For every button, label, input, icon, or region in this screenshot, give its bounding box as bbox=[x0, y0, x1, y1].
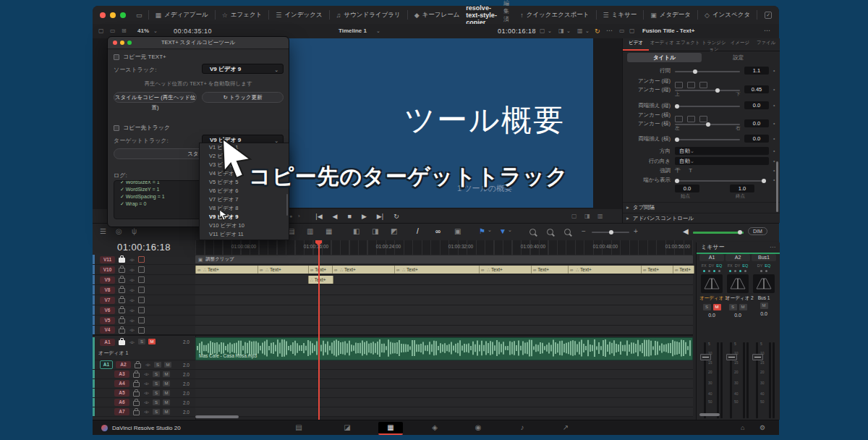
inspector-scrollbar[interactable] bbox=[776, 161, 778, 212]
inspector-button[interactable]: ◇ インスペクタ bbox=[698, 11, 757, 20]
lane-v5[interactable] bbox=[195, 316, 693, 326]
timeline-zoom-slider[interactable] bbox=[592, 232, 629, 233]
viewer-options-menu-icon[interactable]: ⋯ bbox=[606, 27, 613, 34]
reset-icon[interactable]: • bbox=[773, 103, 775, 108]
knob-dot[interactable] bbox=[734, 270, 736, 272]
keyframe-button[interactable]: ◆ キーフレーム bbox=[408, 11, 467, 20]
inspector-strip-icon[interactable]: ▢ bbox=[629, 28, 635, 34]
reset-icon[interactable]: • bbox=[773, 168, 775, 173]
slider-knob[interactable] bbox=[738, 230, 742, 234]
dynamics-chip[interactable]: DY bbox=[709, 263, 715, 268]
fx-chip[interactable]: FX bbox=[702, 263, 707, 268]
track-badge[interactable]: V10 bbox=[100, 266, 115, 274]
text-clip[interactable]: ∞∴Text+ bbox=[195, 266, 259, 274]
auto-select-icon[interactable]: ◃▹ bbox=[145, 362, 150, 368]
track-enable-icon[interactable] bbox=[138, 256, 145, 263]
mute-button[interactable]: M bbox=[760, 302, 768, 309]
auto-select-icon[interactable]: ◃▹ bbox=[129, 318, 135, 323]
lock-icon[interactable] bbox=[133, 410, 140, 415]
track-enable-icon[interactable] bbox=[138, 276, 145, 283]
fx-chip[interactable]: FX bbox=[728, 263, 733, 268]
track-enable-icon[interactable] bbox=[138, 287, 145, 293]
mixer-h-scrollbar[interactable] bbox=[699, 413, 720, 416]
track-badge[interactable]: A7 bbox=[114, 408, 129, 415]
track-badge[interactable]: V11 bbox=[100, 256, 115, 263]
timeline-view-options-icon[interactable]: ☰ bbox=[100, 227, 106, 235]
auto-select-icon[interactable]: ◃▹ bbox=[129, 267, 135, 273]
lane-v4[interactable] bbox=[195, 326, 693, 336]
fader-track[interactable] bbox=[756, 342, 758, 418]
track-header-v7[interactable]: V7 ◃▹ bbox=[93, 295, 195, 305]
zoom-full-extent-icon[interactable] bbox=[529, 229, 536, 235]
lane-a6[interactable] bbox=[195, 398, 693, 407]
text-clip[interactable]: ∴Text+ bbox=[308, 276, 333, 284]
track-badge[interactable]: V7 bbox=[100, 297, 115, 304]
solo-button[interactable]: S bbox=[153, 399, 160, 405]
page-fairlight[interactable]: ♪ bbox=[510, 422, 535, 433]
dynamics-chip[interactable]: DY bbox=[757, 263, 763, 268]
auto-select-icon[interactable]: ◃▹ bbox=[129, 308, 135, 313]
solo-button[interactable]: S bbox=[153, 371, 160, 377]
track-header-a7[interactable]: A7 ◃▹ S M 2.0 bbox=[93, 407, 195, 417]
go-to-start-button[interactable]: |◀ bbox=[315, 213, 322, 220]
step-back-button[interactable]: ◀ bbox=[333, 213, 338, 220]
source-track-dropdown[interactable]: V9 ビデオ 9 ⌄ bbox=[202, 64, 284, 74]
dialog-titlebar[interactable]: TEXT+ スタイルコピーツール bbox=[108, 37, 289, 49]
solo-button[interactable]: S bbox=[138, 339, 145, 344]
track-header-v6[interactable]: V6 ◃▹ bbox=[93, 305, 195, 316]
knob-dot[interactable] bbox=[765, 270, 767, 272]
justify-h-value[interactable]: 0.0 bbox=[744, 135, 769, 143]
lock-icon[interactable] bbox=[133, 382, 140, 387]
text-clip[interactable]: ∞Text+ bbox=[531, 266, 569, 274]
lane-a4[interactable] bbox=[195, 379, 693, 389]
track-enable-icon[interactable] bbox=[138, 266, 145, 273]
snapping-icon[interactable]: ◎ bbox=[116, 227, 122, 235]
emphasis-h-button[interactable]: T bbox=[689, 167, 692, 174]
track-header-a5[interactable]: A5 ◃▹ S M 2.0 bbox=[93, 389, 195, 398]
lane-a7[interactable] bbox=[195, 407, 693, 417]
track-header-v5[interactable]: V5 ◃▹ bbox=[93, 316, 195, 326]
mute-button[interactable]: M bbox=[739, 304, 747, 310]
render-cache-icon[interactable]: ↻ bbox=[595, 28, 600, 35]
line-spacing-value[interactable]: 1.1 bbox=[744, 67, 769, 75]
timeline-timecode[interactable]: 01:00:16:18 bbox=[93, 242, 195, 253]
knob-dot[interactable] bbox=[718, 270, 720, 272]
auto-select-icon[interactable]: ◃▹ bbox=[129, 287, 135, 293]
lock-icon[interactable] bbox=[135, 363, 141, 368]
sound-library-button[interactable]: ♫ サウンドライブラリ bbox=[330, 11, 407, 20]
play-button[interactable]: ▶ bbox=[362, 213, 367, 220]
lock-icon[interactable] bbox=[133, 392, 140, 397]
knob-dot[interactable] bbox=[739, 270, 741, 272]
option-v11[interactable]: V11 ビデオ 11 bbox=[200, 230, 289, 239]
copy-style-button[interactable]: スタイルをコピー (再生ヘッド位置) bbox=[114, 92, 197, 103]
channel-name[interactable]: Bus1 bbox=[752, 254, 776, 261]
line-spacing-slider[interactable] bbox=[675, 71, 740, 72]
channel-level-value[interactable]: 0.0 bbox=[726, 313, 750, 318]
lane-a5[interactable] bbox=[195, 389, 693, 398]
reset-icon[interactable]: • bbox=[773, 158, 775, 164]
place-on-top-icon[interactable]: ◧ bbox=[353, 227, 359, 235]
solo-button[interactable]: S bbox=[703, 304, 711, 310]
page-media[interactable]: ▤ bbox=[286, 422, 311, 433]
justify-v-value[interactable]: 0.0 bbox=[744, 101, 769, 109]
lock-icon[interactable] bbox=[119, 340, 125, 345]
dynamics-chip[interactable]: DY bbox=[735, 263, 741, 268]
flag-icon[interactable]: ⚑ bbox=[479, 227, 485, 235]
page-fusion[interactable]: ◈ bbox=[422, 422, 447, 433]
solo-button[interactable]: S bbox=[154, 362, 161, 368]
zoom-in-icon[interactable]: + bbox=[634, 227, 638, 235]
track-badge[interactable]: V5 bbox=[100, 317, 115, 324]
reset-icon[interactable]: • bbox=[773, 136, 775, 141]
solo-button[interactable]: S bbox=[153, 390, 160, 396]
multicam-icon[interactable]: ◨ bbox=[558, 28, 564, 34]
lock-icon[interactable] bbox=[119, 258, 125, 263]
text-clip[interactable]: ∞Text+ bbox=[308, 266, 333, 274]
track-header-a1[interactable]: A1 ◃▹ S M 2.0 オーディオ 1 bbox=[93, 337, 195, 360]
dialog-minimize-button[interactable] bbox=[120, 41, 124, 45]
minimize-window-button[interactable] bbox=[110, 12, 116, 18]
project-settings-gear-icon[interactable]: ⚙ bbox=[760, 424, 765, 431]
ripple-overwrite-icon[interactable]: ◨ bbox=[372, 227, 378, 235]
text-clip[interactable]: ∞∴Text+ bbox=[568, 266, 642, 274]
page-color[interactable]: ◉ bbox=[466, 422, 490, 433]
dropdown-scrollbar[interactable] bbox=[286, 194, 288, 216]
